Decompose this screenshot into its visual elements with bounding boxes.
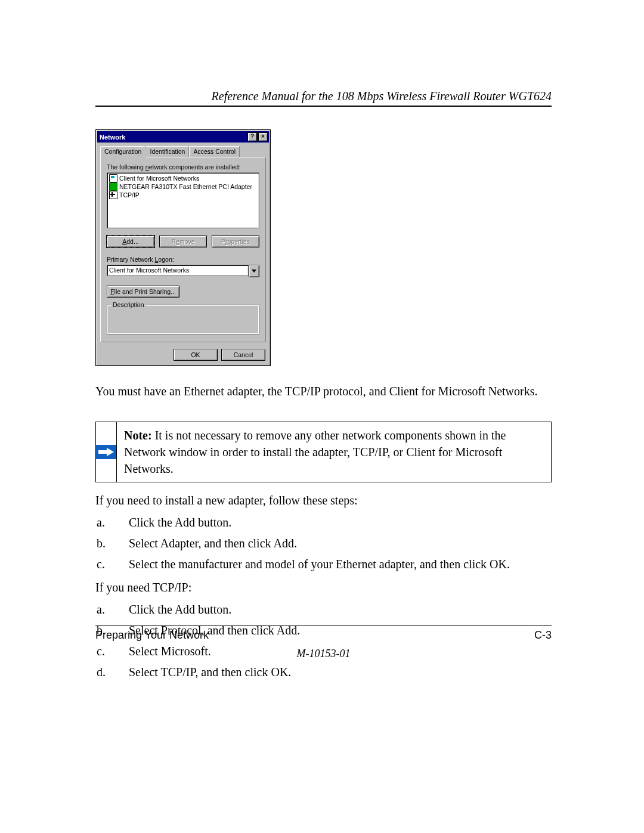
list-item: d.Select TCP/IP, and then click OK. <box>126 664 552 681</box>
tab-row: Configuration Identification Access Cont… <box>100 146 266 157</box>
client-icon <box>109 174 117 182</box>
footer-rule <box>95 625 552 625</box>
list-item: c.Select the manufacturer and model of y… <box>126 556 552 573</box>
cancel-button[interactable]: Cancel <box>221 349 265 361</box>
tab-panel-configuration: The following network components are ins… <box>100 157 266 342</box>
add-button[interactable]: Add... <box>107 236 154 247</box>
adapter-icon <box>109 182 117 191</box>
list-item: a.Click the Add button. <box>126 601 552 618</box>
note-box: Note: It is not necessary to remove any … <box>95 422 552 482</box>
dialog-titlebar: Network ? × <box>97 131 269 143</box>
properties-button: Properties <box>212 236 259 247</box>
body-paragraph: If you need to install a new adapter, fo… <box>95 492 552 509</box>
adapter-steps-list: a.Click the Add button. b.Select Adapter… <box>95 514 552 573</box>
primary-logon-label: Primary Network Logon: <box>107 256 259 263</box>
svg-marker-0 <box>252 270 256 272</box>
primary-logon-combo[interactable]: Client for Microsoft Networks <box>107 265 259 277</box>
protocol-icon <box>109 191 117 199</box>
list-item[interactable]: TCP/IP <box>109 191 258 199</box>
footer-docnum: M-10153-01 <box>95 648 552 660</box>
header-rule <box>95 106 552 107</box>
note-text: Note: It is not necessary to remove any … <box>117 422 551 482</box>
list-item-label: TCP/IP <box>119 191 140 199</box>
note-body: It is not necessary to remove any other … <box>124 429 506 475</box>
list-item-label: NETGEAR FA310TX Fast Ethernet PCI Adapte… <box>119 182 252 191</box>
dialog-title: Network <box>100 134 125 141</box>
components-listbox[interactable]: Client for Microsoft Networks NETGEAR FA… <box>107 172 259 228</box>
tab-identification[interactable]: Identification <box>145 146 189 157</box>
tab-access-control[interactable]: Access Control <box>189 146 240 157</box>
dialog-screenshot: Network ? × Configuration Identification… <box>95 129 552 366</box>
list-item-label: Client for Microsoft Networks <box>119 174 199 182</box>
remove-button: Remove <box>159 236 207 247</box>
primary-logon-value: Client for Microsoft Networks <box>107 265 249 276</box>
arrow-right-icon <box>96 445 116 459</box>
body-paragraph: You must have an Ethernet adapter, the T… <box>95 383 552 400</box>
list-item: b.Select Adapter, and then click Add. <box>126 535 552 552</box>
manual-header: Reference Manual for the 108 Mbps Wirele… <box>95 89 552 103</box>
installed-components-label: The following network components are ins… <box>107 163 259 171</box>
svg-rect-1 <box>98 450 107 454</box>
description-groupbox: Description <box>107 305 259 335</box>
svg-marker-2 <box>107 448 114 456</box>
list-item: a.Click the Add button. <box>126 514 552 531</box>
description-legend: Description <box>111 301 146 308</box>
network-dialog: Network ? × Configuration Identification… <box>95 129 271 366</box>
tab-configuration[interactable]: Configuration <box>100 146 145 157</box>
note-icon-cell <box>96 422 117 482</box>
file-print-sharing-button[interactable]: File and Print Sharing... <box>107 286 179 298</box>
list-item[interactable]: Client for Microsoft Networks <box>109 174 258 182</box>
ok-button[interactable]: OK <box>174 349 218 361</box>
close-button[interactable]: × <box>258 132 268 141</box>
list-item[interactable]: NETGEAR FA310TX Fast Ethernet PCI Adapte… <box>109 182 258 191</box>
help-button[interactable]: ? <box>247 132 257 141</box>
footer-page-number: C-3 <box>534 629 552 642</box>
footer-section: Preparing Your Network <box>95 629 209 642</box>
body-paragraph: If you need TCP/IP: <box>95 579 552 596</box>
note-label: Note: <box>124 429 155 442</box>
chevron-down-icon[interactable] <box>249 265 259 277</box>
